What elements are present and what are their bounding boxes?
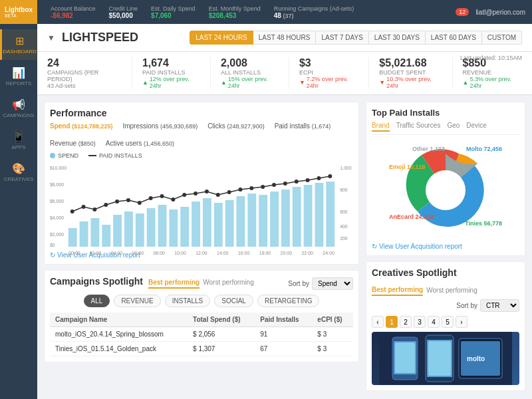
svg-rect-17 <box>136 213 144 247</box>
campaigns-best[interactable]: Best performing <box>148 279 200 289</box>
chart-legend: SPEND PAID INSTALLS <box>50 152 353 159</box>
sidebar-item-campaigns[interactable]: 📢 CAMPAIGNS <box>0 93 37 124</box>
tab-last-7d[interactable]: LAST 7 DAYS <box>316 31 368 45</box>
stat-budget-spent: $5,021.68 BUDGET SPENT ▼ 10.3% over prev… <box>379 57 442 89</box>
filter-social[interactable]: SOCIAL <box>214 295 253 307</box>
svg-rect-25 <box>225 200 234 247</box>
svg-rect-24 <box>214 203 223 247</box>
tab-last-48h[interactable]: LAST 48 HOURS <box>253 31 317 45</box>
notification-badge[interactable]: 12 <box>456 8 469 16</box>
th-paid-installs: Paid Installs <box>255 313 312 327</box>
campaigns-sort-select[interactable]: Spend Installs eCPI <box>312 277 353 290</box>
campaign-name-2: Tinies_iOS_01.5.14_Golden_pack <box>50 342 188 356</box>
tab-last-30d[interactable]: LAST 30 DAYS <box>369 31 426 45</box>
next-page-btn[interactable]: › <box>456 316 467 328</box>
svg-point-57 <box>317 176 321 180</box>
campaign-ecpi-2: $ 3 <box>312 342 353 356</box>
creatives-spotlight: Creatives Spotlight Best performing Wors… <box>366 261 525 391</box>
creatives-worst[interactable]: Worst performing <box>426 287 477 295</box>
filter-retargeting[interactable]: RETARGETING <box>257 295 319 307</box>
metric-active-users[interactable]: Active users (1,456,650) <box>106 140 174 147</box>
tab-custom[interactable]: CUSTOM <box>482 31 522 45</box>
budget-label: BUDGET SPENT <box>379 69 442 76</box>
sidebar-item-reports[interactable]: 📊 REPORTS <box>0 61 37 92</box>
sidebar-item-dashboard[interactable]: ⊞ DASHBOARD <box>0 29 37 60</box>
reports-icon: 📊 <box>12 66 25 79</box>
svg-point-35 <box>70 209 74 213</box>
creatives-best[interactable]: Best performing <box>372 286 423 296</box>
svg-text:400: 400 <box>340 224 348 229</box>
svg-text:200: 200 <box>340 236 348 241</box>
filter-pills: ALL REVENUE INSTALLS SOCIAL RETARGETING <box>50 295 353 307</box>
campaign-name-1: molto_iOS_20.4.14_Spring_blossom <box>50 327 188 342</box>
svg-point-50 <box>239 188 243 192</box>
creatives-sort: Sort by CTR Spend <box>456 299 519 312</box>
last-updated: Last updated: 10:15AM <box>460 55 522 61</box>
est-daily-label: Est. Daily Spend <box>151 5 196 12</box>
metric-revenue[interactable]: Revenue ($850) <box>50 140 96 147</box>
running-campaigns-label: Running Campaigns (Ad-sets) <box>274 5 354 12</box>
performance-title: Performance <box>50 108 353 118</box>
campaigns-worst[interactable]: Worst performing <box>203 279 254 289</box>
credit-line: Credit Line $50,000 <box>109 5 138 19</box>
main-content: ▼ LIGHTSPEED LAST 24 HOURS LAST 48 HOURS… <box>37 24 532 399</box>
metric-clicks[interactable]: Clicks (248,927,900) <box>207 122 265 130</box>
campaign-spend-1: $ 2,056 <box>188 327 255 342</box>
legend-spend-dot <box>50 153 55 158</box>
creatives-title: Creatives Spotlight <box>372 267 457 278</box>
sidebar-label-creatives: CREATIVES <box>4 176 34 182</box>
brand-tab-geo[interactable]: Geo <box>447 122 460 132</box>
svg-point-51 <box>249 186 253 190</box>
logo: Lightbox BETA <box>0 0 37 24</box>
divider-5 <box>452 57 453 89</box>
brand-tab-brand[interactable]: Brand <box>372 122 390 132</box>
page-3-btn[interactable]: 3 <box>414 316 426 328</box>
account-balance-label: Account Balance <box>51 5 96 12</box>
all-installs-value: 2,008 <box>221 57 279 69</box>
prev-page-btn[interactable]: ‹ <box>372 316 384 328</box>
svg-rect-12 <box>80 221 88 247</box>
filter-all[interactable]: ALL <box>84 295 110 307</box>
svg-rect-20 <box>169 209 178 247</box>
page-5-btn[interactable]: 5 <box>442 316 454 328</box>
svg-text:$4,000: $4,000 <box>50 215 64 220</box>
th-ecpi: eCPI ($) <box>312 313 353 327</box>
sidebar-item-apps[interactable]: 📱 APPS <box>0 125 37 156</box>
metric-paid-installs[interactable]: Paid installs (1,674) <box>275 122 331 130</box>
layout: ⊞ DASHBOARD 📊 REPORTS 📢 CAMPAIGNS 📱 APPS… <box>0 24 532 399</box>
page-4-btn[interactable]: 4 <box>428 316 440 328</box>
sidebar-label-reports: REPORTS <box>6 80 32 86</box>
creative-svg: molto <box>379 332 512 385</box>
svg-point-47 <box>205 190 209 194</box>
brand-tab-traffic[interactable]: Traffic Sources <box>396 122 441 132</box>
all-installs-change: ▲ 15% over prev. 24hr <box>221 76 279 89</box>
sidebar-item-creatives[interactable]: 🎨 CREATIVES <box>0 157 37 188</box>
sidebar-label-campaigns: CAMPAIGNS <box>3 112 34 118</box>
metric-spend[interactable]: Spend ($124,788,225) <box>50 122 112 130</box>
table-header-row: Campaign Name Total Spend ($) Paid Insta… <box>50 313 353 327</box>
filter-revenue[interactable]: REVENUE <box>114 295 160 307</box>
svg-rect-32 <box>304 185 313 247</box>
brand-tab-device[interactable]: Device <box>466 122 487 132</box>
page-1-btn[interactable]: 1 <box>386 316 398 328</box>
account-balance: Account Balance -$6,982 <box>51 5 96 19</box>
tab-last-24h[interactable]: LAST 24 HOURS <box>190 31 253 45</box>
chevron-icon: ▼ <box>47 33 55 43</box>
performance-metrics: Spend ($124,788,225) Impressions (456,93… <box>50 122 353 147</box>
credit-line-label: Credit Line <box>109 5 138 12</box>
page-2-btn[interactable]: 2 <box>400 316 412 328</box>
tab-last-60d[interactable]: LAST 60 DAYS <box>426 31 482 45</box>
refresh-icon-2: ↻ <box>372 243 377 250</box>
view-report-top-paid[interactable]: ↻ View User Acquisition report <box>372 243 519 250</box>
content-header: ▼ LIGHTSPEED LAST 24 HOURS LAST 48 HOURS… <box>37 24 532 52</box>
svg-text:$2,000: $2,000 <box>50 232 64 237</box>
topbar: Lightbox BETA Account Balance -$6,982 Cr… <box>0 0 532 24</box>
svg-point-54 <box>283 182 287 186</box>
creatives-sort-select[interactable]: CTR Spend <box>480 299 519 312</box>
filter-installs[interactable]: INSTALLS <box>165 295 211 307</box>
stat-campaigns: 24 CAMPAIGNS (PER PERIOD) 43 Ad-sets <box>47 57 122 89</box>
performance-chart: $10,000 $8,000 $6,000 $4,000 $2,000 $0 1… <box>50 162 353 248</box>
metric-impressions[interactable]: Impressions (456,930,689) <box>122 122 198 130</box>
svg-rect-11 <box>68 228 77 247</box>
campaigns-label: CAMPAIGNS (PER PERIOD) <box>47 69 122 82</box>
